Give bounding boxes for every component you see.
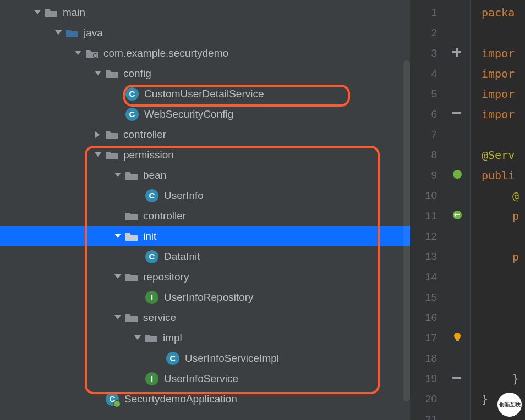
tree-item-controller[interactable]: controller: [0, 124, 410, 145]
tree-label: service: [143, 312, 176, 324]
code-line: impor: [482, 43, 525, 63]
tree-label: bean: [143, 169, 166, 181]
line-number: 1: [410, 2, 470, 23]
line-number-text: 17: [425, 332, 437, 344]
tree-item-application[interactable]: C SecurtydemoApplication: [0, 389, 410, 409]
code-line: [482, 328, 525, 348]
line-number: 17: [410, 328, 470, 348]
chevron-down-icon[interactable]: [53, 30, 64, 36]
tree-item-bean[interactable]: bean: [0, 165, 410, 185]
scrollbar[interactable]: [403, 60, 410, 401]
code-line: [482, 287, 525, 307]
tree-item-userinfoservice[interactable]: I UserInfoService: [0, 368, 410, 389]
svg-marker-11: [114, 315, 121, 319]
tree-label: config: [123, 68, 151, 80]
svg-point-18: [454, 333, 461, 339]
svg-marker-8: [114, 173, 121, 177]
tree-label: DataInit: [164, 251, 200, 263]
tree-item-java[interactable]: java: [0, 23, 410, 43]
chevron-down-icon[interactable]: [112, 315, 123, 320]
svg-marker-0: [34, 10, 41, 14]
tree-item-datainit[interactable]: C DataInit: [0, 246, 410, 267]
tree-label: permission: [123, 149, 174, 161]
chevron-down-icon[interactable]: [112, 173, 123, 178]
tree-item-main[interactable]: main: [0, 2, 410, 23]
code-line: [482, 267, 525, 287]
tree-item-perm-controller[interactable]: controller: [0, 206, 410, 226]
collapse-icon[interactable]: [452, 373, 464, 385]
tree-item-userinfoserviceimpl[interactable]: C UserInfoServiceImpl: [0, 348, 410, 368]
package-icon: [145, 333, 157, 343]
spring-bean-icon[interactable]: [452, 169, 464, 181]
line-number: 11: [410, 206, 470, 226]
line-number-text: 6: [431, 108, 437, 120]
code-line: }: [482, 368, 525, 389]
chevron-down-icon[interactable]: [92, 71, 103, 76]
line-number: 10: [410, 185, 470, 206]
collapse-icon[interactable]: [452, 108, 464, 120]
tree-item-custom-user-detail-service[interactable]: C CustomUserDetailService: [0, 84, 410, 104]
svg-rect-14: [456, 48, 458, 57]
line-number: 6: [410, 104, 470, 124]
tree-item-config[interactable]: config: [0, 63, 410, 84]
editor-gutter[interactable]: 1 2 3 4 5 6 7 8 9 10 11 12 13 14 15 16 1…: [410, 0, 471, 420]
code-line: [482, 307, 525, 328]
editor-panel: 1 2 3 4 5 6 7 8 9 10 11 12 13 14 15 16 1…: [410, 0, 525, 420]
tree-item-web-security-config[interactable]: C WebSecurityConfig: [0, 104, 410, 124]
tree-item-repository[interactable]: repository: [0, 267, 410, 287]
code-line: [482, 23, 525, 43]
spring-nav-icon[interactable]: [452, 210, 464, 222]
chevron-down-icon[interactable]: [132, 335, 143, 341]
tree-label: impl: [163, 332, 182, 344]
code-line: [482, 124, 525, 145]
chevron-down-icon[interactable]: [32, 10, 43, 15]
line-number: 15: [410, 287, 470, 307]
line-number: 21: [410, 409, 470, 420]
chevron-down-icon[interactable]: [92, 152, 103, 158]
tree-item-userinfo[interactable]: C UserInfo: [0, 185, 410, 206]
line-number: 8: [410, 145, 470, 165]
line-number-text: 3: [431, 47, 437, 59]
interface-icon: I: [145, 291, 158, 304]
tree-label: UserInfoService: [164, 373, 238, 385]
line-number: 14: [410, 267, 470, 287]
tree-label: controller: [123, 129, 166, 141]
editor-code[interactable]: packa impor impor impor impor @Serv publ…: [471, 0, 525, 420]
project-tree[interactable]: main java com.example.securtydemo config…: [0, 0, 410, 409]
line-number: 5: [410, 84, 470, 104]
tree-item-init[interactable]: init: [0, 226, 410, 246]
tree-label: init: [143, 230, 156, 242]
package-icon: [125, 231, 138, 241]
code-line: [482, 348, 525, 368]
svg-marker-5: [95, 71, 101, 75]
tree-label: controller: [143, 210, 186, 222]
chevron-right-icon[interactable]: [92, 131, 103, 138]
project-tree-panel: main java com.example.securtydemo config…: [0, 0, 410, 420]
watermark-text: 创新互联: [499, 401, 520, 408]
package-icon: [125, 272, 138, 282]
bulb-icon[interactable]: [452, 332, 464, 344]
chevron-down-icon[interactable]: [73, 51, 84, 56]
svg-rect-15: [452, 112, 461, 114]
tree-label: repository: [143, 271, 189, 283]
code-line: impor: [482, 63, 525, 84]
svg-marker-10: [114, 274, 121, 279]
tree-label: CustomUserDetailService: [144, 88, 264, 100]
tree-item-permission[interactable]: permission: [0, 145, 410, 165]
code-line: p: [482, 206, 525, 226]
plus-icon[interactable]: [452, 47, 464, 59]
tree-item-impl[interactable]: impl: [0, 328, 410, 348]
package-icon: [125, 170, 138, 180]
chevron-down-icon[interactable]: [112, 274, 123, 280]
code-line: [482, 226, 525, 246]
package-icon: [86, 48, 98, 58]
code-line: p: [482, 246, 525, 267]
tree-item-userinforepository[interactable]: I UserInfoRepository: [0, 287, 410, 307]
chevron-down-icon[interactable]: [112, 234, 123, 239]
line-number-text: 9: [431, 169, 437, 181]
class-icon: C: [145, 189, 158, 202]
svg-rect-19: [456, 339, 459, 341]
tree-item-package[interactable]: com.example.securtydemo: [0, 43, 410, 63]
tree-item-service[interactable]: service: [0, 307, 410, 328]
tree-label: java: [84, 27, 103, 39]
